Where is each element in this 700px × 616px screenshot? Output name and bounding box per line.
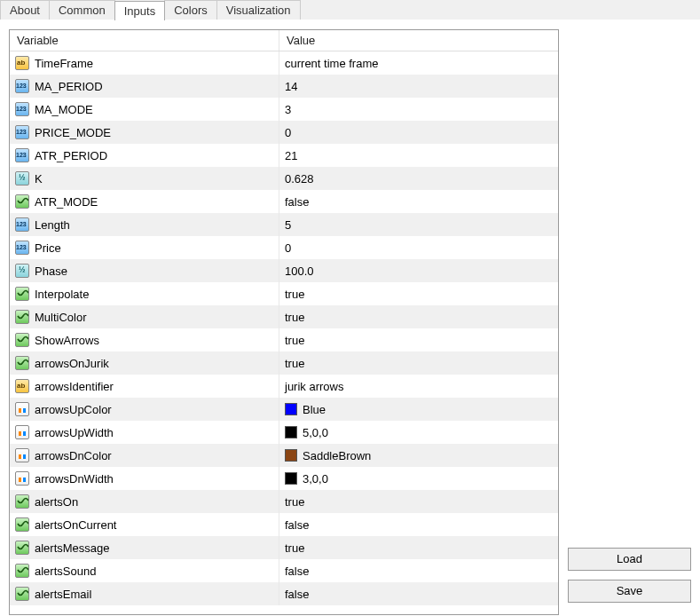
table-row[interactable]: alertsEmailfalse <box>10 582 558 605</box>
bool-type-icon <box>15 517 29 532</box>
value-cell[interactable]: true <box>279 282 558 305</box>
variable-cell: alertsOnCurrent <box>10 513 279 536</box>
value-cell[interactable]: 0 <box>279 236 558 259</box>
value-text: 5,0,0 <box>303 426 328 439</box>
tab-visualization[interactable]: Visualization <box>216 0 301 20</box>
variable-name: arrowsDnWidth <box>35 472 114 486</box>
value-cell[interactable]: false <box>279 582 558 605</box>
color-swatch <box>285 449 297 462</box>
value-cell[interactable]: jurik arrows <box>279 375 558 398</box>
table-row[interactable]: ATR_MODEfalse <box>10 190 558 213</box>
save-button[interactable]: Save <box>568 580 691 603</box>
table-row[interactable]: arrowsDnWidth3,0,0 <box>10 467 558 490</box>
variable-cell: alertsSound <box>10 559 279 582</box>
bool-type-icon <box>15 564 29 578</box>
variable-name: alertsOn <box>35 495 78 509</box>
int-type-icon <box>15 79 29 93</box>
variable-name: arrowsIdentifier <box>35 380 114 393</box>
table-row[interactable]: MA_PERIOD14 <box>10 75 558 98</box>
table-row[interactable]: ShowArrowstrue <box>10 328 558 351</box>
variable-cell: Length <box>10 213 279 236</box>
value-cell[interactable]: false <box>279 513 558 536</box>
table-row[interactable]: arrowsDnColorSaddleBrown <box>10 444 558 467</box>
ab-type-icon <box>15 379 29 393</box>
table-row[interactable]: alertsMessagetrue <box>10 536 558 559</box>
variable-cell: arrowsUpWidth <box>10 421 279 444</box>
value-cell[interactable]: SaddleBrown <box>279 444 558 467</box>
color-swatch <box>285 403 297 415</box>
int-type-icon <box>15 241 29 255</box>
value-cell[interactable]: 21 <box>279 144 558 167</box>
variable-cell: arrowsDnWidth <box>10 467 279 490</box>
table-row[interactable]: MA_MODE3 <box>10 98 558 121</box>
tab-about[interactable]: About <box>0 0 50 20</box>
variable-cell: arrowsOnJurik <box>10 351 279 375</box>
variable-cell: PRICE_MODE <box>10 121 279 144</box>
variable-cell: TimeFrame <box>10 51 279 75</box>
variable-cell: MA_MODE <box>10 98 279 121</box>
value-text: 0.628 <box>285 172 314 186</box>
variable-name: MultiColor <box>35 311 87 324</box>
variable-cell: MultiColor <box>10 305 279 328</box>
variable-name: alertsEmail <box>35 588 91 601</box>
value-cell[interactable]: 0 <box>279 121 558 144</box>
variable-cell: ShowArrows <box>10 328 279 351</box>
header-value[interactable]: Value <box>279 30 558 51</box>
value-cell[interactable]: true <box>279 536 558 559</box>
table-row[interactable]: Interpolatetrue <box>10 282 558 305</box>
variable-name: Length <box>35 218 70 232</box>
table-row[interactable]: alertsOntrue <box>10 490 558 513</box>
table-row[interactable]: TimeFramecurrent time frame <box>10 51 558 75</box>
tab-common[interactable]: Common <box>49 0 115 20</box>
value-cell[interactable]: 5,0,0 <box>279 421 558 444</box>
table-row[interactable]: arrowsUpColorBlue <box>10 398 558 421</box>
value-text: 0 <box>285 126 291 139</box>
load-button[interactable]: Load <box>568 548 691 571</box>
value-cell[interactable]: 5 <box>279 213 558 236</box>
value-cell[interactable]: 14 <box>279 75 558 98</box>
value-cell[interactable]: Blue <box>279 398 558 421</box>
value-cell[interactable]: 3 <box>279 98 558 121</box>
table-row[interactable]: Phase100.0 <box>10 259 558 282</box>
header-variable[interactable]: Variable <box>10 30 279 51</box>
tab-colors[interactable]: Colors <box>164 0 217 20</box>
variable-name: arrowsUpWidth <box>35 426 114 439</box>
value-cell[interactable]: true <box>279 490 558 513</box>
inputs-table: Variable Value TimeFramecurrent time fra… <box>9 29 559 615</box>
table-row[interactable]: arrowsUpWidth5,0,0 <box>10 421 558 444</box>
variable-name: ATR_PERIOD <box>35 149 107 162</box>
variable-cell: K <box>10 167 279 190</box>
value-text: Blue <box>303 403 326 416</box>
value-cell[interactable]: false <box>279 190 558 213</box>
value-cell[interactable]: false <box>279 559 558 582</box>
value-text: false <box>285 518 309 532</box>
variable-name: arrowsUpColor <box>35 403 112 416</box>
value-cell[interactable]: 3,0,0 <box>279 467 558 490</box>
variable-name: alertsMessage <box>35 541 110 555</box>
value-cell[interactable]: 100.0 <box>279 259 558 282</box>
value-cell[interactable]: true <box>279 351 558 375</box>
table-row[interactable]: PRICE_MODE0 <box>10 121 558 144</box>
value-cell[interactable]: 0.628 <box>279 167 558 190</box>
value-text: 5 <box>285 218 291 232</box>
table-row[interactable]: ATR_PERIOD21 <box>10 144 558 167</box>
table-header-row: Variable Value <box>10 30 558 51</box>
table-row[interactable]: K0.628 <box>10 167 558 190</box>
table-row[interactable]: Price0 <box>10 236 558 259</box>
table-row[interactable]: arrowsOnJuriktrue <box>10 351 558 375</box>
variable-name: Interpolate <box>35 288 89 301</box>
value-cell[interactable]: true <box>279 328 558 351</box>
value-cell[interactable]: true <box>279 305 558 328</box>
table-row[interactable]: alertsOnCurrentfalse <box>10 513 558 536</box>
table-row[interactable]: arrowsIdentifierjurik arrows <box>10 375 558 398</box>
table-row[interactable]: alertsSoundfalse <box>10 559 558 582</box>
value-text: true <box>285 311 304 324</box>
tab-inputs[interactable]: Inputs <box>114 1 165 20</box>
table-row[interactable]: MultiColortrue <box>10 305 558 328</box>
value-cell[interactable]: current time frame <box>279 51 558 75</box>
color-swatch <box>285 472 297 485</box>
variable-name: arrowsOnJurik <box>35 357 109 370</box>
color-type-icon <box>15 448 29 462</box>
value-text: true <box>285 541 304 555</box>
table-row[interactable]: Length5 <box>10 213 558 236</box>
